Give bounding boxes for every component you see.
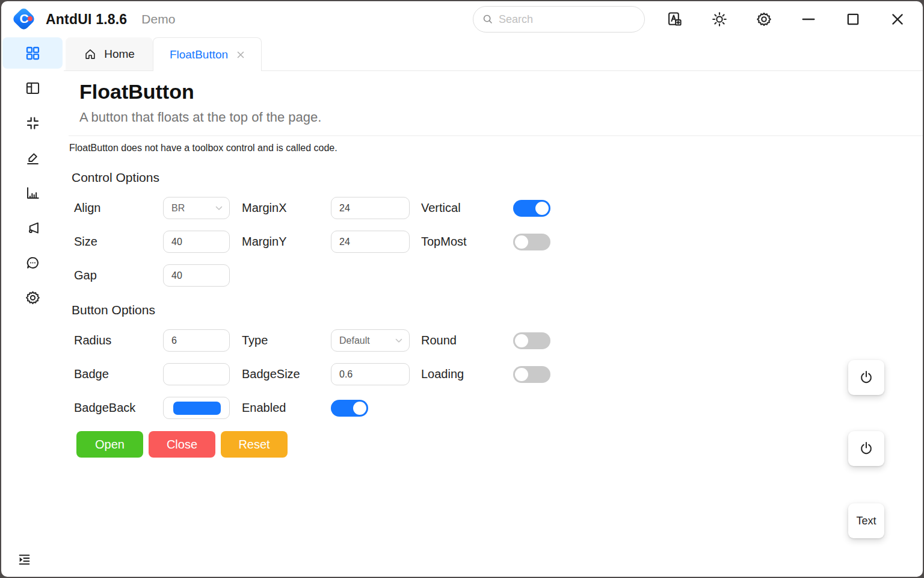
shrink-icon — [25, 115, 41, 131]
float-button-text[interactable]: Text — [848, 503, 884, 538]
action-buttons: Open Close Reset — [76, 431, 923, 458]
page-floatbutton: FloatButton A button that floats at the … — [64, 71, 923, 577]
vertical-label: Vertical — [421, 201, 513, 215]
form-row: Badge BadgeSize Loading — [74, 363, 923, 385]
page-subtitle: A button that floats at the top of the p… — [79, 110, 923, 125]
chevron-down-icon — [215, 206, 223, 211]
radius-label: Radius — [74, 334, 163, 347]
badgeback-color-picker[interactable] — [163, 397, 230, 419]
form-row: Align BR MarginX Vertical — [74, 197, 923, 219]
switch-knob — [515, 334, 528, 347]
translate-icon[interactable] — [662, 6, 688, 33]
power-icon — [858, 440, 875, 457]
sidebar-item-edit[interactable] — [2, 142, 63, 173]
search-input[interactable] — [499, 13, 636, 26]
power-icon — [858, 369, 875, 386]
sidebar-item-chart[interactable] — [2, 177, 63, 208]
round-label: Round — [421, 334, 513, 347]
home-icon — [84, 48, 97, 61]
loading-switch[interactable] — [513, 366, 550, 383]
search-box[interactable] — [473, 6, 645, 33]
vertical-switch[interactable] — [513, 200, 550, 217]
loading-label: Loading — [421, 367, 513, 381]
tab-home-label: Home — [104, 48, 135, 61]
align-select[interactable]: BR — [163, 197, 230, 219]
switch-knob — [515, 235, 528, 249]
settings-gear-icon[interactable] — [751, 6, 777, 33]
app-title: AntdUI 1.8.6 — [46, 11, 127, 28]
form-row: Radius Type Default Round — [74, 329, 923, 352]
settings-icon — [25, 290, 41, 306]
sidebar-collapse-button[interactable] — [17, 552, 32, 570]
enabled-switch[interactable] — [331, 400, 368, 417]
close-icon[interactable] — [884, 6, 911, 33]
logo-dot — [28, 16, 32, 21]
section-title-button-options: Button Options — [72, 303, 923, 317]
search-icon — [482, 13, 494, 25]
topmost-label: TopMost — [421, 235, 513, 249]
close-button[interactable]: Close — [149, 431, 215, 458]
sidebar-item-shrink[interactable] — [2, 107, 63, 138]
radius-input[interactable] — [163, 329, 230, 352]
megaphone-icon — [25, 220, 41, 236]
switch-knob — [515, 368, 528, 381]
badgesize-input[interactable] — [331, 363, 410, 385]
chevron-down-icon — [395, 338, 402, 343]
tab-floatbutton-label: FloatButton — [170, 48, 228, 61]
app-window: C AntdUI 1.8.6 Demo — [1, 1, 923, 577]
reset-button[interactable]: Reset — [221, 431, 288, 458]
float-button-text-label: Text — [856, 515, 876, 527]
form-row: Gap — [74, 264, 923, 287]
dashboard-grid-icon — [25, 45, 41, 61]
form-row: Size MarginY TopMost — [74, 231, 923, 253]
marginy-label: MarginY — [242, 235, 331, 249]
badge-input[interactable] — [163, 363, 230, 385]
badge-label: Badge — [74, 367, 163, 381]
gap-label: Gap — [74, 269, 163, 282]
maximize-icon[interactable] — [840, 6, 866, 33]
menu-unfold-icon — [17, 552, 32, 567]
switch-knob — [353, 402, 366, 415]
sidebar-item-settings[interactable] — [2, 282, 63, 313]
page-note: FloatButton does not have a toolbox cont… — [69, 143, 923, 154]
size-input[interactable] — [163, 231, 230, 253]
align-label: Align — [74, 201, 163, 215]
topmost-switch[interactable] — [513, 234, 550, 250]
sidebar-item-message[interactable] — [2, 247, 63, 278]
message-icon — [25, 255, 41, 271]
tab-home[interactable]: Home — [66, 37, 153, 70]
section-title-control-options: Control Options — [72, 170, 923, 185]
app-mode-label: Demo — [141, 12, 175, 26]
gap-input[interactable] — [163, 264, 230, 287]
float-button-power-1[interactable] — [848, 360, 884, 395]
sidebar-item-dashboard[interactable] — [2, 37, 63, 69]
page-title: FloatButton — [79, 80, 923, 104]
switch-knob — [535, 202, 549, 215]
size-label: Size — [74, 235, 163, 249]
marginx-input[interactable] — [331, 197, 410, 219]
float-button-power-2[interactable] — [848, 431, 884, 466]
minimize-icon[interactable] — [795, 6, 822, 33]
round-switch[interactable] — [513, 332, 550, 349]
form-row: BadgeBack Enabled — [74, 397, 923, 419]
logo-letter: C — [12, 7, 36, 31]
tab-bar: Home FloatButton — [64, 37, 923, 71]
sidebar-item-announcement[interactable] — [2, 212, 63, 243]
layout-icon — [25, 80, 41, 96]
badgeback-color-swatch — [173, 402, 221, 415]
titlebar-actions — [662, 6, 911, 33]
titlebar: C AntdUI 1.8.6 Demo — [1, 1, 923, 37]
sidebar — [1, 37, 64, 577]
chart-icon — [25, 185, 41, 201]
type-select-value: Default — [339, 335, 370, 346]
tab-floatbutton[interactable]: FloatButton — [153, 37, 262, 71]
enabled-label: Enabled — [242, 401, 331, 415]
type-select[interactable]: Default — [331, 329, 410, 352]
sidebar-item-layout[interactable] — [2, 72, 63, 104]
tab-close-icon[interactable] — [236, 51, 245, 59]
open-button[interactable]: Open — [76, 431, 143, 458]
type-label: Type — [242, 334, 331, 347]
badgeback-label: BadgeBack — [74, 401, 163, 415]
theme-sun-icon[interactable] — [706, 6, 733, 33]
marginy-input[interactable] — [331, 231, 410, 253]
